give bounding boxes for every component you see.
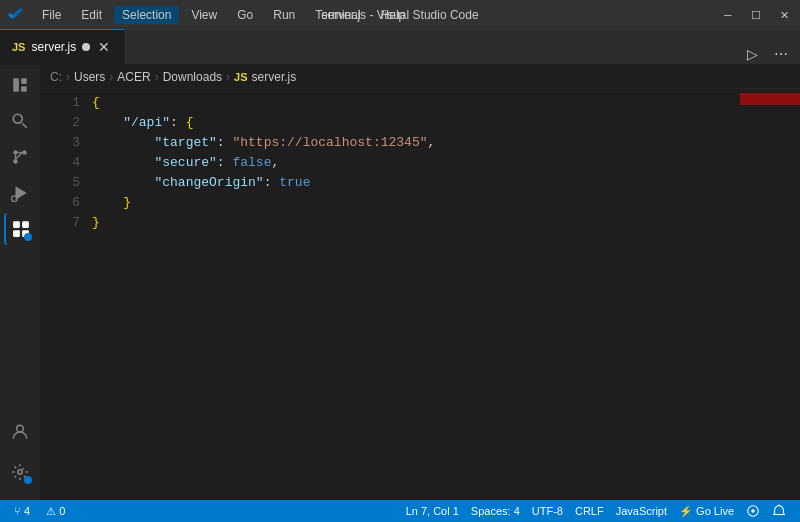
breadcrumb-users[interactable]: Users	[74, 70, 105, 84]
breadcrumb: C: › Users › ACER › Downloads › JS serve…	[40, 65, 800, 89]
close-button[interactable]: ✕	[776, 9, 792, 22]
account-icon[interactable]	[4, 416, 36, 448]
menu-selection[interactable]: Selection	[114, 6, 179, 24]
run-action-icon[interactable]: ▷	[743, 44, 762, 64]
breadcrumb-downloads[interactable]: Downloads	[163, 70, 222, 84]
errors-icon: ⚠	[46, 505, 56, 518]
tabbar-actions: ▷ ⋯	[743, 44, 800, 64]
svg-rect-13	[13, 221, 20, 228]
tab-js-icon: JS	[12, 41, 25, 53]
svg-point-6	[13, 159, 18, 164]
tab-dirty-indicator	[82, 43, 90, 51]
maximize-button[interactable]: ☐	[748, 9, 764, 22]
minimap	[720, 89, 800, 500]
golive-item[interactable]: ⚡ Go Live	[673, 500, 740, 522]
minimize-button[interactable]: ─	[720, 9, 736, 21]
window-title: server.js - Visual Studio Code	[321, 8, 478, 22]
editor-area: C: › Users › ACER › Downloads › JS serve…	[40, 65, 800, 500]
svg-point-17	[17, 425, 24, 432]
tab-label: server.js	[31, 40, 76, 54]
tabbar: JS server.js ✕ ▷ ⋯	[0, 30, 800, 65]
breadcrumb-c: C:	[50, 70, 62, 84]
svg-rect-14	[22, 221, 29, 228]
breadcrumb-file[interactable]: server.js	[252, 70, 297, 84]
more-actions-icon[interactable]: ⋯	[770, 44, 792, 64]
statusbar-right: Ln 7, Col 1 Spaces: 4 UTF-8 CRLF JavaScr…	[400, 500, 792, 522]
code-line-3: "target": "https://localhost:12345",	[92, 133, 720, 153]
code-line-1: {	[92, 93, 720, 113]
statusbar: ⑂ 4 ⚠ 0 Ln 7, Col 1 Spaces: 4 UTF-8 CRLF…	[0, 500, 800, 522]
line-ending-item[interactable]: CRLF	[569, 500, 610, 522]
svg-point-18	[18, 470, 23, 475]
svg-rect-0	[13, 78, 19, 92]
notification-icon[interactable]	[766, 500, 792, 522]
tab-close-button[interactable]: ✕	[96, 39, 112, 55]
line-ending-text: CRLF	[575, 505, 604, 517]
menu-view[interactable]: View	[183, 6, 225, 24]
code-editor[interactable]: 1 2 3 4 5 6 7 { "/api": { "target": "htt…	[40, 89, 800, 500]
activity-bottom	[4, 416, 36, 500]
git-branch-count: 4	[24, 505, 30, 517]
minimap-highlight	[740, 93, 800, 105]
remote-icon[interactable]	[740, 500, 766, 522]
line-col-item[interactable]: Ln 7, Col 1	[400, 500, 465, 522]
titlebar: File Edit Selection View Go Run Terminal…	[0, 0, 800, 30]
code-line-6: }	[92, 193, 720, 213]
breadcrumb-acer[interactable]: ACER	[117, 70, 150, 84]
main-area: C: › Users › ACER › Downloads › JS serve…	[0, 65, 800, 500]
search-icon[interactable]	[4, 105, 36, 137]
svg-rect-2	[21, 86, 27, 92]
code-line-5: "changeOrigin": true	[92, 173, 720, 193]
settings-icon[interactable]	[4, 456, 36, 488]
language-item[interactable]: JavaScript	[610, 500, 673, 522]
svg-rect-16	[22, 230, 29, 237]
spaces-text: Spaces: 4	[471, 505, 520, 517]
errors-item[interactable]: ⚠ 0	[40, 500, 71, 522]
encoding-text: UTF-8	[532, 505, 563, 517]
errors-count: 0	[59, 505, 65, 517]
svg-rect-15	[13, 230, 20, 237]
svg-point-5	[13, 150, 18, 155]
menu-edit[interactable]: Edit	[73, 6, 110, 24]
menu-run[interactable]: Run	[265, 6, 303, 24]
svg-rect-1	[21, 78, 27, 84]
svg-line-4	[22, 123, 27, 128]
window-controls: ─ ☐ ✕	[720, 9, 792, 22]
line-numbers: 1 2 3 4 5 6 7	[40, 89, 88, 500]
git-branch-icon: ⑂	[14, 505, 21, 517]
code-line-7: }	[92, 213, 720, 233]
spaces-item[interactable]: Spaces: 4	[465, 500, 526, 522]
source-control-icon[interactable]	[4, 141, 36, 173]
code-content[interactable]: { "/api": { "target": "https://localhost…	[88, 89, 720, 500]
menu-file[interactable]: File	[34, 6, 69, 24]
svg-point-20	[751, 509, 755, 513]
svg-point-7	[22, 150, 27, 155]
activitybar	[0, 65, 40, 500]
git-branch-item[interactable]: ⑂ 4	[8, 500, 36, 522]
language-text: JavaScript	[616, 505, 667, 517]
explorer-icon[interactable]	[4, 69, 36, 101]
code-line-4: "secure": false,	[92, 153, 720, 173]
extensions-icon[interactable]	[4, 213, 36, 245]
encoding-item[interactable]: UTF-8	[526, 500, 569, 522]
breadcrumb-file-icon: JS	[234, 71, 247, 83]
statusbar-left: ⑂ 4 ⚠ 0	[8, 500, 71, 522]
tab-server-js[interactable]: JS server.js ✕	[0, 29, 125, 64]
code-line-2: "/api": {	[92, 113, 720, 133]
run-debug-icon[interactable]	[4, 177, 36, 209]
golive-text: ⚡ Go Live	[679, 505, 734, 518]
vscode-icon	[8, 7, 24, 23]
line-col-text: Ln 7, Col 1	[406, 505, 459, 517]
svg-point-3	[13, 114, 22, 123]
menu-go[interactable]: Go	[229, 6, 261, 24]
